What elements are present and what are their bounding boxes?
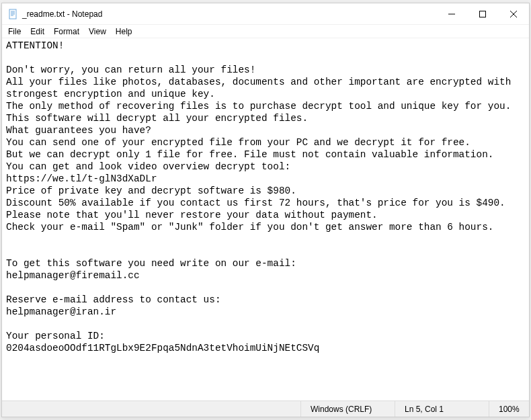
title-bar: _readme.txt - Notepad (2, 3, 529, 25)
text-editor[interactable]: ATTENTION! Don't worry, you can return a… (2, 38, 529, 401)
window-title: _readme.txt - Notepad (22, 9, 436, 19)
window-controls (436, 3, 529, 24)
menu-help[interactable]: Help (111, 26, 137, 37)
menu-bar: File Edit Format View Help (2, 25, 529, 38)
menu-file[interactable]: File (3, 26, 26, 37)
notepad-icon (7, 9, 18, 19)
notepad-window: _readme.txt - Notepad File Edit Format V… (1, 3, 530, 417)
menu-view[interactable]: View (84, 26, 111, 37)
status-line-ending: Windows (CRLF) (300, 401, 395, 417)
close-button[interactable] (498, 3, 529, 24)
menu-format[interactable]: Format (49, 26, 84, 37)
svg-rect-6 (480, 11, 486, 17)
menu-edit[interactable]: Edit (26, 26, 49, 37)
status-cursor-position: Ln 5, Col 1 (395, 401, 489, 417)
minimize-button[interactable] (436, 3, 467, 24)
status-bar: Windows (CRLF) Ln 5, Col 1 100% (2, 401, 529, 417)
status-zoom: 100% (489, 401, 529, 417)
maximize-button[interactable] (467, 3, 498, 24)
